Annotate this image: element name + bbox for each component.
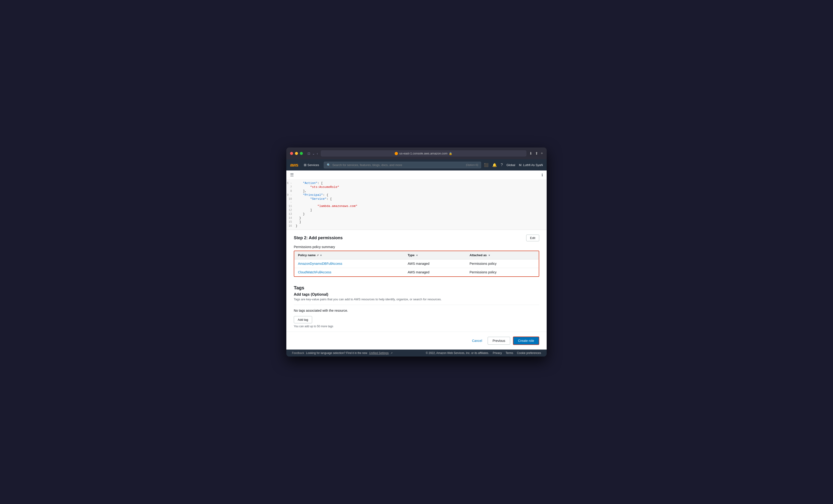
- tags-section: Tags Add tags (Optional) Tags are key-va…: [286, 281, 547, 332]
- chevron-down-icon[interactable]: ⌄: [312, 152, 315, 155]
- bottom-bar: Feedback Looking for language selection?…: [286, 350, 547, 356]
- line-number: 14: [286, 217, 295, 220]
- sort-icon-type[interactable]: ▾: [416, 254, 418, 257]
- add-tags-title: Add tags (Optional): [294, 293, 539, 297]
- attached-as-cell: Permissions policy: [466, 259, 539, 268]
- aws-logo: aws: [290, 162, 298, 168]
- region-selector[interactable]: Global: [506, 163, 515, 167]
- line-number: 15: [286, 220, 295, 224]
- external-link-icon: ↗: [390, 352, 392, 355]
- line-content: ]: [295, 208, 312, 212]
- type-cell: AWS managed: [404, 268, 466, 277]
- close-button[interactable]: [290, 152, 293, 155]
- bottom-left: Feedback Looking for language selection?…: [292, 351, 392, 355]
- policy-name-cell: AmazonDynamoDBFullAccess: [294, 259, 404, 268]
- table-row: CloudWatchFullAccess AWS managed Permiss…: [294, 268, 539, 277]
- line-content: }: [295, 224, 298, 228]
- search-shortcut: [Option+S]: [466, 163, 478, 166]
- code-line-13: 13 }: [286, 212, 547, 216]
- permissions-table-wrapper: Policy name ↗ ▾ Type ▾ Attached as ▾: [294, 251, 539, 277]
- line-number: 13: [286, 212, 295, 216]
- add-tags-desc: Tags are key-value pairs that you can ad…: [294, 298, 539, 301]
- url-text: us-east-1.console.aws.amazon.com: [399, 152, 447, 155]
- hamburger-menu[interactable]: ☰: [290, 172, 294, 177]
- divider: [294, 305, 539, 305]
- title-bar: ⊡ ⌄ ‹ us-east-1.console.aws.amazon.com 🔒…: [286, 148, 547, 159]
- code-line-6: 6 - "Action": [: [286, 181, 547, 185]
- line-number: 10 -: [286, 197, 295, 204]
- code-line-10: 10 - "Service": [: [286, 197, 547, 204]
- policy-name-cell: CloudWatchFullAccess: [294, 268, 404, 277]
- minimize-button[interactable]: [295, 152, 298, 155]
- privacy-link[interactable]: Privacy: [493, 351, 502, 355]
- type-cell: AWS managed: [404, 259, 466, 268]
- copyright-text: © 2022, Amazon Web Services, Inc. or its…: [426, 351, 489, 355]
- line-content: ],: [295, 189, 307, 193]
- line-content: "Action": [: [295, 181, 323, 185]
- external-link-icon: ↗: [316, 254, 319, 257]
- lock-icon: 🔒: [449, 152, 452, 155]
- bell-icon[interactable]: 🔔: [492, 163, 497, 167]
- step2-section: Step 2: Add permissions Edit Permissions…: [286, 230, 547, 281]
- maximize-button[interactable]: [300, 152, 303, 155]
- line-number: 6 -: [286, 182, 295, 185]
- title-bar-actions: ⬇ ⬆ +: [529, 151, 543, 156]
- share-icon[interactable]: ⬆: [535, 151, 538, 156]
- permissions-summary-label: Permissions policy summary: [294, 245, 539, 249]
- bottom-message: Looking for language selection? Find it …: [306, 351, 367, 355]
- step2-title: Step 2: Add permissions: [294, 235, 342, 241]
- previous-button[interactable]: Previous: [487, 337, 510, 345]
- favicon: [395, 152, 398, 155]
- line-content: }: [295, 212, 305, 216]
- terms-link[interactable]: Terms: [505, 351, 513, 355]
- line-content: "Principal": {: [295, 193, 328, 197]
- line-number: 9 -: [286, 194, 295, 197]
- code-line-12: 12 ]: [286, 208, 547, 212]
- line-content: ]: [295, 220, 301, 224]
- download-icon[interactable]: ⬇: [529, 151, 532, 156]
- edit-button[interactable]: Edit: [526, 234, 539, 241]
- back-icon[interactable]: ‹: [317, 152, 318, 155]
- info-right-icon[interactable]: ℹ: [542, 173, 543, 177]
- sort-icon-policy[interactable]: ▾: [320, 254, 322, 257]
- help-icon[interactable]: ?: [501, 163, 503, 167]
- col-attached-as[interactable]: Attached as ▾: [466, 251, 539, 259]
- user-menu[interactable]: M. Luthfi As Syafii: [519, 163, 543, 167]
- line-content: "Service": [: [295, 197, 332, 201]
- create-role-button[interactable]: Create role: [513, 336, 539, 345]
- policy-link-dynamodb[interactable]: AmazonDynamoDBFullAccess: [298, 262, 342, 266]
- table-row: AmazonDynamoDBFullAccess AWS managed Per…: [294, 259, 539, 268]
- col-policy-name[interactable]: Policy name ↗ ▾: [294, 251, 404, 259]
- services-label: Services: [308, 163, 319, 167]
- feedback-link[interactable]: Feedback: [292, 351, 304, 355]
- window-controls: ⊡ ⌄ ‹: [308, 152, 318, 155]
- cloud-shell-icon[interactable]: ⬛: [484, 163, 489, 167]
- add-tag-button[interactable]: Add tag: [294, 316, 312, 323]
- aws-nav: aws ⊞ Services 🔍 Search for services, fe…: [286, 159, 547, 171]
- code-line-16: 16 }: [286, 224, 547, 228]
- line-number: 8: [286, 190, 295, 193]
- sort-icon-attached[interactable]: ▾: [489, 254, 490, 257]
- url-bar[interactable]: us-east-1.console.aws.amazon.com 🔒: [321, 150, 526, 156]
- sidebar-toggle-icon[interactable]: ⊡: [308, 152, 310, 155]
- unified-settings-link[interactable]: Unified Settings: [369, 351, 389, 355]
- tags-title: Tags: [294, 285, 539, 291]
- bottom-right: © 2022, Amazon Web Services, Inc. or its…: [426, 351, 541, 355]
- cancel-button[interactable]: Cancel: [469, 337, 485, 345]
- code-line-15: 15 ]: [286, 220, 547, 224]
- line-number: 11: [286, 205, 295, 208]
- policy-link-cloudwatch[interactable]: CloudWatchFullAccess: [298, 270, 331, 274]
- table-header-row: Policy name ↗ ▾ Type ▾ Attached as ▾: [294, 251, 539, 259]
- services-button[interactable]: ⊞ Services: [302, 162, 321, 168]
- new-tab-icon[interactable]: +: [541, 151, 543, 156]
- search-placeholder: Search for services, features, blogs, do…: [332, 163, 402, 167]
- col-type[interactable]: Type ▾: [404, 251, 466, 259]
- line-content: }: [295, 216, 301, 220]
- line-number: 12: [286, 208, 295, 212]
- line-content: "lambda.amazonaws.com": [295, 204, 357, 208]
- cookie-prefs-link[interactable]: Cookie preferences: [517, 351, 541, 355]
- line-content: "sts:AssumeRole": [295, 185, 339, 189]
- search-bar[interactable]: 🔍 Search for services, features, blogs, …: [324, 162, 481, 168]
- attached-as-cell: Permissions policy: [466, 268, 539, 277]
- tags-limit-note: You can add up to 50 more tags: [294, 325, 539, 328]
